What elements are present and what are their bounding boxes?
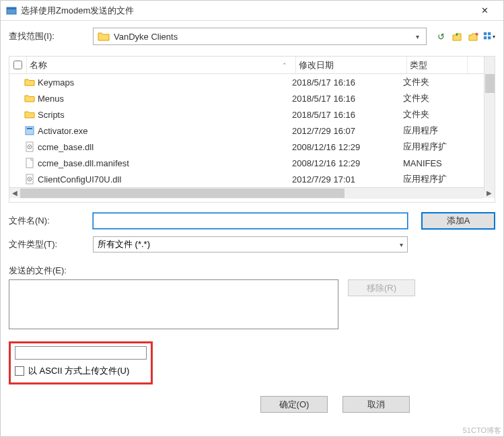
svg-rect-5 [484,36,487,39]
browse-row: 查找范围(I): VanDyke Clients ▾ ↺ ✶ ▾ [9,28,495,45]
file-row[interactable]: Menus2018/5/17 16:16文件夹 [9,90,495,106]
file-date: 2012/7/29 16:07 [292,126,403,136]
file-date: 2008/12/16 12:29 [292,142,403,152]
file-icon [24,158,35,168]
filename-label: 文件名(N): [9,215,93,227]
horizontal-scroll-thumb[interactable] [20,189,345,198]
vertical-scroll-thumb[interactable] [485,74,495,93]
send-files-textarea[interactable] [9,279,338,329]
file-row[interactable]: Keymaps2018/5/17 16:16文件夹 [9,74,495,90]
ok-button[interactable]: 确定(O) [260,396,328,413]
filetype-value: 所有文件 (*.*) [98,238,150,250]
folder-icon [24,93,35,104]
file-name: Scripts [38,110,292,120]
watermark: 51CTO博客 [463,426,501,436]
file-type: 文件夹 [403,108,464,121]
app-icon [6,5,17,16]
ascii-upload-row: 以 ASCII 方式上传文件(U) [15,365,147,377]
filename-input[interactable] [93,213,408,229]
file-date: 2008/12/16 12:29 [292,158,403,168]
folder-icon [24,77,35,88]
file-type: 应用程序扩 [403,173,464,185]
nav-toolbar: ↺ ✶ ▾ [435,30,495,42]
file-type: 应用程序 [403,125,464,137]
file-type: MANIFES [403,158,464,168]
aux-input[interactable] [15,346,147,360]
send-files-label: 发送的文件(E): [9,265,495,277]
file-name: ClientConfigUI70U.dll [38,174,292,184]
close-button[interactable]: ✕ [471,1,498,20]
chevron-down-icon: ▾ [413,33,422,40]
svg-rect-1 [7,7,16,9]
highlighted-section: 以 ASCII 方式上传文件(U) [9,341,153,384]
file-date: 2018/5/17 16:16 [292,110,403,120]
new-folder-icon[interactable]: ✶ [467,30,479,42]
ascii-upload-label: 以 ASCII 方式上传文件(U) [28,365,129,377]
exe-icon [24,125,35,136]
filetype-row: 文件类型(T): 所有文件 (*.*) ▾ [9,236,495,253]
folder-icon [24,109,35,120]
back-icon[interactable]: ↺ [435,30,447,42]
file-row[interactable]: ccme_base.dll.manifest2008/12/16 12:29MA… [9,155,495,171]
dialog-window: 选择使用Zmodem发送的文件 ✕ 查找范围(I): VanDyke Clien… [0,0,504,437]
filetype-label: 文件类型(T): [9,238,93,250]
cancel-button[interactable]: 取消 [343,396,410,413]
svg-rect-6 [488,36,491,39]
dialog-buttons: 确定(O) 取消 [260,396,410,413]
dll-icon [24,174,35,184]
file-name: Keymaps [38,77,292,88]
file-list-header: 名称 ⌃ 修改日期 类型 [9,57,495,74]
browse-label: 查找范围(I): [9,30,93,42]
svg-point-15 [29,178,30,180]
filetype-dropdown[interactable]: 所有文件 (*.*) ▾ [93,236,408,253]
column-date-header[interactable]: 修改日期 [296,57,407,73]
window-title: 选择使用Zmodem发送的文件 [21,5,471,17]
file-row[interactable]: ClientConfigUI70U.dll2012/7/29 17:01应用程序… [9,171,495,187]
chevron-down-icon: ▾ [400,241,403,248]
file-row[interactable]: Activator.exe2012/7/29 16:07应用程序 [9,123,495,139]
path-dropdown[interactable]: VanDyke Clients ▾ [93,28,427,45]
file-name: Menus [38,94,292,104]
add-button[interactable]: 添加A [421,212,495,230]
file-name: ccme_base.dll.manifest [38,158,292,168]
path-text: VanDyke Clients [114,32,413,42]
file-rows: Keymaps2018/5/17 16:16文件夹Menus2018/5/17 … [9,74,495,187]
file-list: 名称 ⌃ 修改日期 类型 Keymaps2018/5/17 16:16文件夹Me… [9,56,495,203]
file-type: 文件夹 [403,92,464,104]
scroll-left-icon[interactable]: ◀ [9,188,20,199]
file-type: 应用程序扩 [403,141,464,153]
dll-icon [24,141,35,152]
filename-row: 文件名(N): 添加A [9,212,495,230]
svg-rect-8 [27,128,32,129]
file-name: ccme_base.dll [38,142,292,152]
remove-button: 移除(R) [348,279,415,296]
column-name-header[interactable]: 名称 ⌃ [27,57,296,73]
svg-rect-7 [26,127,34,135]
svg-point-11 [29,146,30,147]
file-date: 2018/5/17 16:16 [292,94,403,104]
svg-rect-12 [26,158,33,168]
file-name: Activator.exe [38,126,292,136]
file-type: 文件夹 [403,76,464,88]
svg-rect-3 [484,32,487,35]
file-date: 2012/7/29 17:01 [292,174,403,184]
dialog-content: 查找范围(I): VanDyke Clients ▾ ↺ ✶ ▾ [1,21,503,436]
vertical-scrollbar[interactable] [484,57,495,191]
sort-asc-icon: ⌃ [282,62,293,69]
titlebar: 选择使用Zmodem发送的文件 ✕ [1,1,503,21]
svg-text:✶: ✶ [474,31,478,38]
send-files-area: 移除(R) [9,279,495,329]
up-one-level-icon[interactable] [451,30,463,42]
view-menu-icon[interactable]: ▾ [483,30,495,42]
file-date: 2018/5/17 16:16 [292,77,403,88]
file-row[interactable]: ccme_base.dll2008/12/16 12:29应用程序扩 [9,139,495,155]
column-type-header[interactable]: 类型 [407,57,468,73]
horizontal-scrollbar[interactable]: ◀ ▶ [9,187,495,198]
select-all-checkbox[interactable] [9,57,27,73]
ascii-upload-checkbox[interactable] [15,366,24,376]
folder-icon [98,32,110,41]
file-row[interactable]: Scripts2018/5/17 16:16文件夹 [9,106,495,123]
svg-rect-4 [488,32,491,35]
